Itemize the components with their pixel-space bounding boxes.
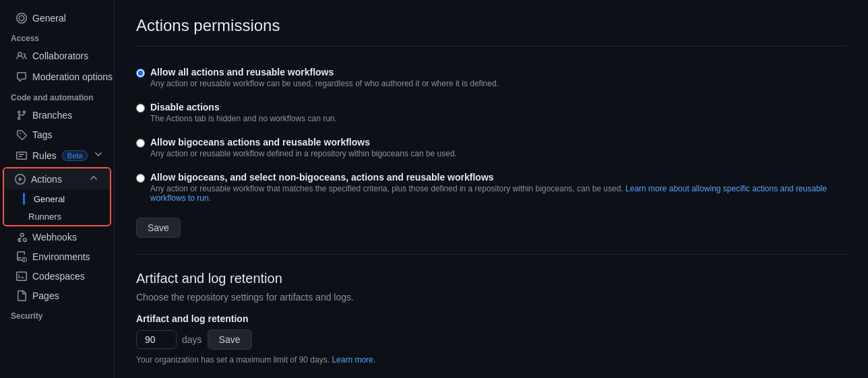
radio-allow-all-desc: Any action or reusable workflow can be u…	[150, 79, 499, 88]
sidebar-item-moderation[interactable]: Moderation options	[5, 66, 108, 87]
artifact-learn-more-link[interactable]: Learn more.	[332, 355, 375, 365]
sidebar-item-pages[interactable]: Pages	[5, 286, 108, 305]
pages-icon	[16, 290, 27, 301]
radio-option-disable: Disable actions The Actions tab is hidde…	[136, 95, 846, 130]
radio-option-bigoceans: Allow bigoceans actions and reusable wor…	[136, 130, 846, 165]
permissions-radio-group: Allow all actions and reusable workflows…	[136, 60, 846, 210]
environment-icon	[16, 251, 27, 262]
beta-badge: Beta	[62, 150, 88, 161]
radio-bigoceans-label: Allow bigoceans actions and reusable wor…	[150, 137, 457, 158]
actions-icon	[15, 174, 26, 185]
people-icon	[16, 51, 27, 61]
sidebar-item-branches[interactable]: Branches	[5, 106, 108, 125]
artifact-section-desc: Choose the repository settings for artif…	[136, 292, 846, 303]
radio-select-title: Allow bigoceans, and select non-bigocean…	[150, 172, 846, 183]
comment-icon	[16, 71, 27, 82]
radio-select[interactable]	[136, 174, 145, 183]
sidebar-subitem-general[interactable]: General	[4, 189, 110, 208]
tag-icon	[16, 129, 27, 140]
sidebar-subitem-runners-label: Runners	[28, 212, 61, 222]
sidebar-item-codespaces-label: Codespaces	[32, 271, 85, 282]
days-label: days	[182, 334, 202, 345]
artifact-input-row: days Save	[136, 329, 846, 350]
webhook-icon	[16, 232, 27, 243]
sidebar-section-security: Security	[0, 306, 114, 323]
sidebar-item-environments-label: Environments	[32, 251, 90, 262]
sidebar-item-pages-label: Pages	[32, 290, 59, 301]
learn-more-link[interactable]: Learn more about allowing specific actio…	[150, 184, 827, 203]
artifact-section-title: Artifact and log retention	[136, 271, 846, 286]
radio-disable[interactable]	[136, 104, 145, 113]
radio-allow-all-title: Allow all actions and reusable workflows	[150, 67, 499, 77]
sidebar-item-rules[interactable]: Rules Beta	[5, 145, 108, 166]
sidebar-subitem-general-label: General	[34, 194, 65, 204]
rules-chevron-icon	[93, 149, 104, 162]
sidebar-item-tags[interactable]: Tags	[5, 125, 108, 144]
gear-icon	[16, 13, 27, 24]
save-artifact-button[interactable]: Save	[208, 329, 252, 350]
artifact-footer: Your organization has set a maximum limi…	[136, 355, 846, 365]
branch-icon	[16, 110, 27, 121]
main-content: Actions permissions Allow all actions an…	[115, 0, 868, 378]
sidebar-section-code: Code and automation	[0, 88, 114, 105]
radio-bigoceans[interactable]	[136, 139, 145, 148]
artifact-footer-text: Your organization has set a maximum limi…	[136, 355, 330, 365]
sidebar-section-access: Access	[0, 28, 114, 46]
sidebar-item-general[interactable]: General	[5, 9, 108, 28]
artifact-days-input[interactable]	[136, 330, 177, 349]
sidebar-item-moderation-label: Moderation options	[32, 71, 113, 82]
sidebar-item-collaborators[interactable]: Collaborators	[5, 46, 108, 65]
sidebar-item-collaborators-label: Collaborators	[32, 51, 88, 61]
sidebar-item-environments[interactable]: Environments	[5, 247, 108, 266]
actions-group: Actions General Runners	[3, 167, 111, 226]
sidebar-item-webhooks[interactable]: Webhooks	[5, 228, 108, 247]
sidebar-item-webhooks-label: Webhooks	[32, 232, 77, 243]
sidebar-subitem-runners[interactable]: Runners	[4, 208, 110, 225]
section-divider	[136, 254, 846, 255]
radio-select-desc: Any action or reusable workflow that mat…	[150, 184, 846, 203]
rules-icon	[16, 150, 27, 161]
codespaces-icon	[16, 271, 27, 282]
radio-bigoceans-desc: Any action or reusable workflow defined …	[150, 149, 457, 158]
radio-disable-desc: The Actions tab is hidden and no workflo…	[150, 114, 337, 123]
sidebar-item-codespaces[interactable]: Codespaces	[5, 267, 108, 286]
active-indicator	[23, 193, 25, 205]
sidebar-item-branches-label: Branches	[32, 110, 72, 121]
sidebar-item-general-label: General	[32, 13, 66, 24]
radio-disable-title: Disable actions	[150, 102, 337, 113]
save-permissions-button[interactable]: Save	[136, 218, 181, 238]
radio-allow-all-label: Allow all actions and reusable workflows…	[150, 67, 499, 88]
radio-disable-label: Disable actions The Actions tab is hidde…	[150, 102, 337, 123]
sidebar-item-tags-label: Tags	[32, 129, 53, 140]
sidebar-item-actions[interactable]: Actions	[4, 168, 110, 189]
sidebar-item-actions-label: Actions	[31, 174, 62, 185]
sidebar-item-rules-label: Rules	[32, 150, 57, 161]
sidebar: General Access Collaborators Moderation …	[0, 0, 115, 378]
artifact-field-label: Artifact and log retention	[136, 313, 846, 324]
page-title: Actions permissions	[136, 16, 846, 46]
radio-allow-all[interactable]	[136, 69, 145, 77]
radio-option-allow-all: Allow all actions and reusable workflows…	[136, 60, 846, 95]
actions-chevron-icon	[88, 172, 99, 185]
radio-select-label: Allow bigoceans, and select non-bigocean…	[150, 172, 846, 203]
radio-bigoceans-title: Allow bigoceans actions and reusable wor…	[150, 137, 457, 148]
radio-option-select: Allow bigoceans, and select non-bigocean…	[136, 165, 846, 210]
